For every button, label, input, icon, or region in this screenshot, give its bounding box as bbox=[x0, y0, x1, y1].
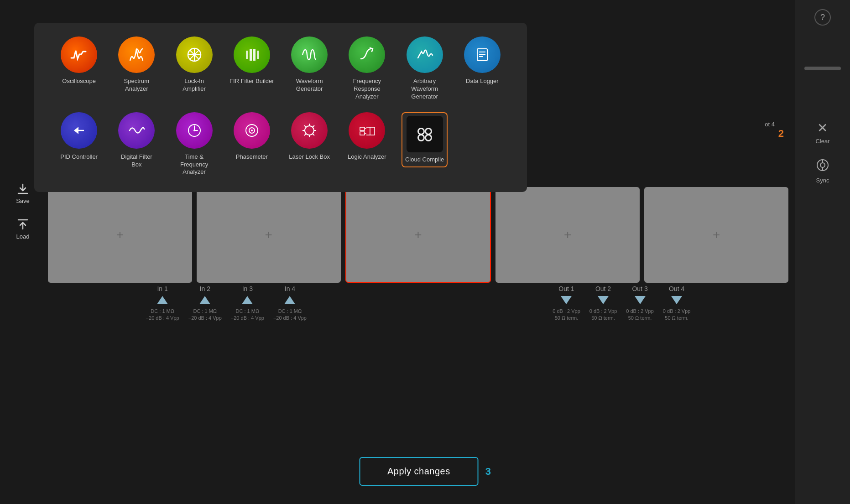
save-label: Save bbox=[16, 197, 30, 204]
svg-rect-37 bbox=[370, 127, 375, 135]
load-label: Load bbox=[16, 233, 30, 240]
slot4-partial-label: ot 4 bbox=[765, 121, 775, 128]
svg-line-27 bbox=[304, 125, 306, 127]
tfa-icon bbox=[176, 112, 213, 149]
lockin-icon bbox=[176, 36, 213, 73]
input-3[interactable]: In 3 DC : 1 MΩ−20 dB : 4 Vpp bbox=[231, 285, 264, 322]
input-4-name: In 4 bbox=[285, 285, 295, 292]
svg-rect-31 bbox=[360, 127, 365, 130]
badge-2: 2 bbox=[778, 128, 784, 140]
instrument-phase[interactable]: Phasemeter bbox=[225, 112, 278, 177]
svg-line-28 bbox=[313, 134, 314, 135]
input-group: In 1 DC : 1 MΩ−20 dB : 4 Vpp In 2 DC : 1… bbox=[146, 285, 307, 322]
instrument-picker: Oscilloscope SpectrumAnalyzer Lock-InAmp… bbox=[34, 23, 527, 192]
svg-rect-32 bbox=[360, 132, 365, 135]
fra-icon bbox=[349, 36, 385, 73]
slot-2[interactable]: + bbox=[197, 187, 341, 283]
save-button[interactable]: Save bbox=[16, 182, 30, 204]
svg-marker-13 bbox=[74, 127, 78, 134]
instrument-spectrum[interactable]: SpectrumAnalyzer bbox=[110, 36, 163, 101]
instrument-lockin[interactable]: Lock-InAmplifier bbox=[168, 36, 221, 101]
slot-4[interactable]: + bbox=[495, 187, 640, 283]
cloud-compile-label: Cloud Compile bbox=[405, 156, 444, 164]
input-4[interactable]: In 4 DC : 1 MΩ−20 dB : 4 Vpp bbox=[273, 285, 307, 322]
instrument-oscilloscope[interactable]: Oscilloscope bbox=[52, 36, 105, 101]
input-3-spec: DC : 1 MΩ−20 dB : 4 Vpp bbox=[231, 308, 264, 322]
input-1-spec: DC : 1 MΩ−20 dB : 4 Vpp bbox=[146, 308, 179, 322]
phase-icon bbox=[234, 112, 270, 149]
right-sidebar: ? ✕ Clear Sync bbox=[795, 0, 850, 504]
laser-label: Laser Lock Box bbox=[289, 153, 330, 161]
logic-icon bbox=[349, 112, 385, 149]
output-1-arrow bbox=[561, 296, 572, 304]
help-button[interactable]: ? bbox=[814, 9, 831, 26]
output-3[interactable]: Out 3 0 dB : 2 Vpp50 Ω term. bbox=[626, 285, 654, 322]
instrument-awg[interactable]: ArbitraryWaveformGenerator bbox=[398, 36, 451, 101]
instrument-dlog[interactable]: Data Logger bbox=[456, 36, 509, 101]
apply-changes-button[interactable]: Apply changes bbox=[359, 457, 479, 486]
input-2[interactable]: In 2 DC : 1 MΩ−20 dB : 4 Vpp bbox=[188, 285, 222, 322]
output-group: Out 1 0 dB : 2 Vpp50 Ω term. Out 2 0 dB … bbox=[553, 285, 690, 322]
instrument-tfa[interactable]: Time &FrequencyAnalyzer bbox=[168, 112, 221, 177]
tfa-label: Time &FrequencyAnalyzer bbox=[180, 153, 208, 177]
oscilloscope-icon bbox=[61, 36, 97, 73]
output-4[interactable]: Out 4 0 dB : 2 Vpp50 Ω term. bbox=[663, 285, 691, 322]
svg-rect-8 bbox=[257, 51, 259, 59]
output-4-arrow bbox=[671, 296, 682, 304]
input-2-name: In 2 bbox=[200, 285, 210, 292]
input-1[interactable]: In 1 DC : 1 MΩ−20 dB : 4 Vpp bbox=[146, 285, 179, 322]
svg-line-30 bbox=[304, 134, 306, 135]
wfg-icon bbox=[291, 36, 328, 73]
slots-area: + + + 1 + + bbox=[46, 187, 791, 283]
input-1-name: In 1 bbox=[157, 285, 167, 292]
output-4-name: Out 4 bbox=[669, 285, 684, 292]
fir-label: FIR Filter Builder bbox=[229, 78, 274, 85]
svg-point-49 bbox=[820, 163, 825, 167]
scrollbar[interactable] bbox=[804, 67, 841, 70]
slot-3[interactable]: + 1 bbox=[345, 187, 491, 283]
svg-rect-7 bbox=[253, 49, 256, 61]
dlog-icon bbox=[464, 36, 501, 73]
instrument-fir[interactable]: FIR Filter Builder bbox=[225, 36, 278, 101]
output-1-spec: 0 dB : 2 Vpp50 Ω term. bbox=[553, 308, 580, 322]
svg-point-21 bbox=[251, 130, 253, 131]
clear-button[interactable]: ✕ Clear bbox=[815, 120, 829, 145]
input-4-spec: DC : 1 MΩ−20 dB : 4 Vpp bbox=[273, 308, 307, 322]
pid-label: PID Controller bbox=[60, 153, 98, 161]
instrument-wfg[interactable]: WaveformGenerator bbox=[283, 36, 336, 101]
svg-rect-6 bbox=[250, 49, 252, 61]
instrument-laser[interactable]: Laser Lock Box bbox=[283, 112, 336, 177]
svg-point-42 bbox=[419, 129, 423, 134]
dfb-label: Digital FilterBox bbox=[121, 153, 152, 169]
slot-5[interactable]: + bbox=[644, 187, 788, 283]
instrument-row1: Oscilloscope SpectrumAnalyzer Lock-InAmp… bbox=[52, 36, 509, 101]
input-4-arrow bbox=[284, 296, 295, 304]
output-2-name: Out 2 bbox=[595, 285, 611, 292]
instrument-logic[interactable]: Logic Analyzer bbox=[340, 112, 393, 177]
svg-point-45 bbox=[426, 135, 431, 140]
workspace: Oscilloscope SpectrumAnalyzer Lock-InAmp… bbox=[0, 0, 850, 504]
instrument-cloud[interactable]: Cloud Compile bbox=[398, 112, 451, 177]
dfb-icon bbox=[118, 112, 155, 149]
slot-1[interactable]: + bbox=[48, 187, 192, 283]
output-2-arrow bbox=[598, 296, 609, 304]
load-button[interactable]: Load bbox=[16, 218, 30, 240]
apply-changes-area: Apply changes 3 bbox=[359, 457, 491, 486]
awg-icon bbox=[407, 36, 443, 73]
instrument-fra[interactable]: FrequencyResponseAnalyzer bbox=[340, 36, 393, 101]
instrument-pid[interactable]: PID Controller bbox=[52, 112, 105, 177]
pid-icon bbox=[61, 112, 97, 149]
fir-icon bbox=[234, 36, 270, 73]
output-1[interactable]: Out 1 0 dB : 2 Vpp50 Ω term. bbox=[553, 285, 580, 322]
input-1-arrow bbox=[157, 296, 168, 304]
input-2-arrow bbox=[199, 296, 210, 304]
clear-icon: ✕ bbox=[817, 120, 828, 135]
output-1-name: Out 1 bbox=[558, 285, 574, 292]
input-2-spec: DC : 1 MΩ−20 dB : 4 Vpp bbox=[188, 308, 222, 322]
svg-rect-5 bbox=[246, 51, 248, 59]
instrument-dfb[interactable]: Digital FilterBox bbox=[110, 112, 163, 177]
output-2[interactable]: Out 2 0 dB : 2 Vpp50 Ω term. bbox=[589, 285, 617, 322]
svg-point-43 bbox=[426, 129, 431, 134]
sync-button[interactable]: Sync bbox=[816, 158, 829, 184]
instrument-empty bbox=[456, 112, 509, 177]
